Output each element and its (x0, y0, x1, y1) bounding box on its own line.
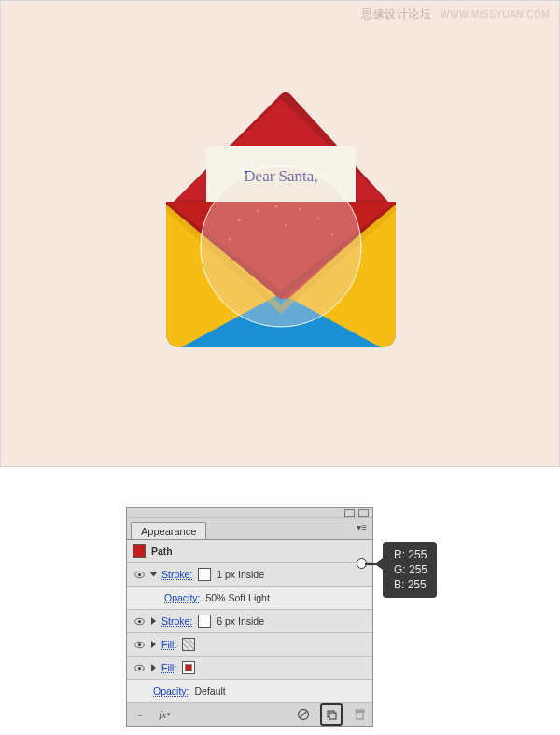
tooltip-b: B: 255 (394, 577, 427, 592)
item-type-label: Path (151, 545, 173, 557)
svg-line-20 (300, 711, 307, 718)
stroke-swatch[interactable] (198, 615, 211, 628)
panel-titlebar[interactable] (127, 508, 372, 518)
svg-point-9 (229, 238, 231, 240)
stroke-row-2[interactable]: Stroke: 6 px Inside (127, 610, 372, 633)
opacity-value[interactable]: Default (195, 686, 226, 697)
watermark-cn: 思缘设计论坛 (361, 7, 431, 21)
stroke-value[interactable]: 6 px Inside (217, 615, 264, 627)
fill-row-2[interactable]: Fill: (127, 657, 372, 680)
rgb-tooltip: R: 255 G: 255 B: 255 (383, 542, 437, 598)
visibility-icon[interactable] (133, 615, 146, 628)
svg-point-6 (299, 208, 301, 210)
svg-point-1 (201, 166, 361, 327)
opacity-row-1[interactable]: Opacity: 50% Soft Light (127, 587, 372, 610)
visibility-icon[interactable] (133, 638, 146, 651)
svg-rect-24 (356, 710, 364, 712)
fx-icon[interactable]: fx▾ (157, 707, 172, 722)
fill-swatch[interactable] (182, 638, 195, 651)
visibility-icon[interactable] (133, 661, 146, 674)
svg-point-4 (257, 210, 259, 212)
appearance-panel: Appearance ▾≡ Path Stroke: 1 px Inside O… (126, 507, 373, 727)
item-header-row[interactable]: Path (127, 540, 372, 563)
tooltip-r: R: 255 (394, 547, 427, 562)
panel-close-icon[interactable] (358, 509, 369, 517)
svg-point-7 (317, 218, 320, 220)
svg-rect-22 (329, 713, 336, 719)
svg-point-14 (137, 619, 140, 622)
svg-rect-23 (357, 712, 363, 719)
stroke-value[interactable]: 1 px Inside (217, 569, 264, 580)
visibility-icon[interactable] (133, 568, 146, 581)
watermark: 思缘设计论坛 WWW.MISSYUAN.COM (361, 7, 550, 22)
watermark-en: WWW.MISSYUAN.COM (441, 9, 550, 20)
clear-icon[interactable] (296, 707, 311, 722)
stroke-swatch[interactable] (198, 568, 211, 581)
stroke-link[interactable]: Stroke: (161, 569, 192, 580)
tab-appearance[interactable]: Appearance (131, 522, 206, 539)
disclosure-icon[interactable] (151, 641, 156, 648)
disclosure-icon[interactable] (151, 617, 156, 625)
svg-point-3 (238, 219, 241, 222)
svg-point-5 (275, 205, 278, 208)
trash-icon[interactable] (352, 707, 367, 722)
panel-collapse-icon[interactable] (344, 509, 355, 517)
disclosure-icon[interactable] (150, 572, 158, 577)
svg-point-10 (285, 224, 287, 226)
item-swatch (133, 544, 146, 558)
opacity-link[interactable]: Opacity: (153, 686, 189, 697)
stroke-link[interactable]: Stroke: (161, 615, 192, 627)
svg-point-18 (137, 666, 140, 669)
svg-point-16 (137, 643, 140, 645)
no-selection-icon[interactable]: ▫ (133, 707, 147, 722)
envelope-icon: Dear Santa, (146, 80, 416, 370)
panel-menu-icon[interactable]: ▾≡ (357, 522, 367, 532)
svg-point-8 (331, 233, 333, 235)
panel-footer: ▫ fx▾ (127, 703, 372, 726)
opacity-link[interactable]: Opacity: (164, 592, 201, 603)
duplicate-icon[interactable] (320, 703, 343, 726)
opacity-value[interactable]: 50% Soft Light (206, 592, 270, 603)
svg-point-12 (137, 572, 140, 575)
fill-link[interactable]: Fill: (161, 662, 176, 673)
fill-swatch[interactable] (182, 661, 195, 674)
stroke-row-1[interactable]: Stroke: 1 px Inside (127, 563, 372, 587)
opacity-row-2[interactable]: Opacity: Default (127, 680, 372, 703)
disclosure-icon[interactable] (151, 664, 156, 671)
fill-row-1[interactable]: Fill: (127, 633, 372, 657)
artboard: 思缘设计论坛 WWW.MISSYUAN.COM Dear Santa, (0, 0, 560, 467)
tooltip-g: G: 255 (394, 562, 427, 577)
fill-link[interactable]: Fill: (161, 639, 176, 650)
